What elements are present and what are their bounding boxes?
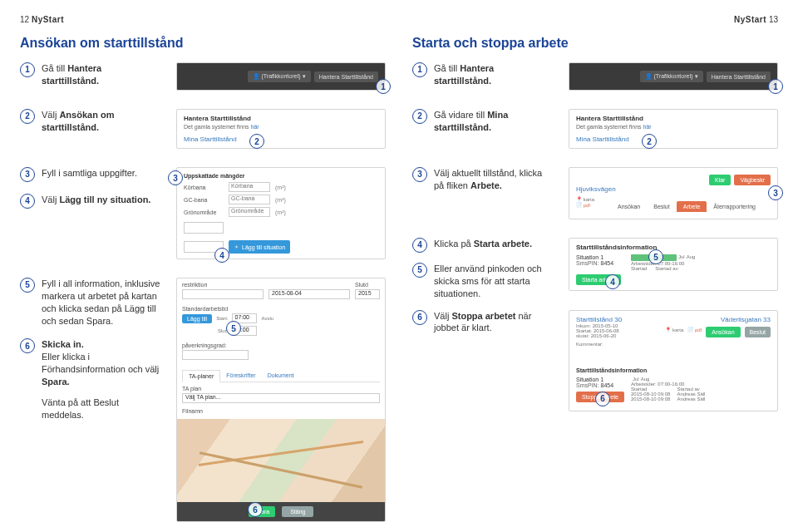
badge-3r: 3 (412, 167, 427, 182)
right-step6-text: 6 Välj Stoppa arbetet när jobbet är klar… (412, 310, 554, 335)
map-view[interactable] (177, 419, 385, 502)
input-date[interactable]: 2015-08-04 (268, 289, 350, 299)
hantera-sub-r: Det gamla systemet finns här (576, 124, 771, 130)
hantera-old-link-r[interactable]: här (643, 124, 652, 130)
right-column: Starta och stoppa arbete 1 Gå till Hante… (412, 36, 778, 522)
callout-6: 6 (248, 502, 263, 517)
karta-link[interactable]: 📍 karta (576, 196, 604, 202)
tab-taplaner[interactable]: TA-planer (182, 370, 220, 382)
left-step4-text: 4 Välj Lägg till ny situation. (20, 194, 161, 209)
label-taplan: TA plan (182, 386, 380, 392)
left-step3-text: 3 Fyll i samtliga uppgifter. (20, 167, 161, 182)
tab-aterrapp[interactable]: Återrapportering (707, 201, 762, 212)
right-step2-text: 2 Gå vidare till Mina starttillstånd. (412, 109, 554, 134)
badge-3: 3 (20, 167, 35, 182)
situation-label: Situation 1 (576, 254, 626, 260)
mina-link[interactable]: Mina Starttillstånd (184, 135, 237, 143)
select-paverkning[interactable] (182, 350, 249, 360)
select-restriktion[interactable] (182, 289, 264, 299)
tab-arbete[interactable]: Arbete (677, 201, 707, 212)
callout-2r: 2 (642, 134, 657, 149)
left-step6d-text: Vänta på att Beslut meddelas. (20, 397, 161, 421)
detail-ansokan-btn[interactable]: Ansökan (706, 327, 740, 337)
left-title: Ansökan om starttillstånd (20, 36, 386, 51)
badge-4r: 4 (412, 238, 427, 253)
label-restriktion: restriktion (182, 282, 264, 288)
right-step1-text: 1 Gå till Hantera starttillstånd. (412, 62, 554, 87)
pdf-link[interactable]: 📄 pdf (576, 202, 604, 208)
user-chip[interactable]: 👤 (Trafikkontoret) ▾ (248, 71, 311, 82)
form-row-gron: Grönområde Grönområde (m²) (184, 207, 378, 217)
detail-pdf-link[interactable]: 📄 pdf (687, 327, 702, 337)
callout-5: 5 (226, 321, 241, 336)
add-button[interactable]: Lägg till (182, 314, 212, 323)
screenshot-tabbar: Klar Vägbeskr Hjuviksvägen 📍 karta 📄 pdf… (569, 167, 778, 219)
badge-6: 6 (20, 338, 35, 353)
screenshot-sitinfo: Starttillståndsinformation Situation 1 S… (569, 238, 778, 291)
left-step1-text: 1 Gå till Hantera starttillstånd. (20, 62, 161, 87)
page-num-left: 12 NyStart (20, 15, 64, 24)
sitinfo-header2: Starttillståndsinformation (576, 367, 771, 373)
kommentar-input[interactable] (576, 349, 771, 362)
callout-2: 2 (249, 134, 264, 149)
detail-name[interactable]: Starttillstånd 30 (576, 316, 622, 323)
detail-karta-link[interactable]: 📍 karta (665, 327, 683, 337)
input-gcbana[interactable]: GC-bana (229, 195, 270, 204)
form-row-korbana: Körbana Körbana (m²) (184, 182, 378, 192)
badge-6r: 6 (412, 310, 427, 325)
input-date2[interactable]: 2015 (355, 289, 380, 299)
tab-dokument[interactable]: Dokument (262, 370, 300, 382)
callout-4r: 4 (605, 274, 620, 289)
label-std: Standardarbetstid (182, 306, 380, 312)
callout-5r: 5 (648, 249, 663, 264)
badge-4: 4 (20, 194, 35, 209)
mina-link-r[interactable]: Mina Starttillstånd (576, 135, 629, 143)
left-step6-text: 6 Skicka in.Eller klicka i Förhandsinfor… (20, 338, 161, 387)
left-step2-text: 2 Välj Ansökan om starttillstånd. (20, 109, 161, 134)
screenshot-hantera-right: Hantera Starttillstånd Det gamla systeme… (569, 109, 778, 149)
hantera-title: Hantera Starttillstånd (184, 115, 378, 122)
nav-hantera-button[interactable]: Hantera Starttillstånd (314, 71, 378, 82)
screenshot-hantera-left: Hantera Starttillstånd Det gamla systeme… (176, 109, 386, 149)
user-chip-r[interactable]: 👤 (Trafikkontoret) ▾ (640, 71, 703, 82)
tabs-tapplan: TA-planer Föreskrifter Dokument (182, 370, 380, 382)
select-taplan[interactable]: Välj TA plan... (182, 393, 380, 403)
tab-foreskrifter[interactable]: Föreskrifter (220, 370, 261, 382)
form-heading: Uppskattade mängder (184, 173, 378, 179)
page-header: 12 NyStart NyStart 13 (20, 15, 778, 24)
input-korbana[interactable]: Körbana (229, 182, 270, 192)
hantera-old-link[interactable]: här (251, 124, 259, 130)
select-generic[interactable] (184, 222, 224, 234)
callout-6r: 6 (595, 392, 610, 406)
badge-5: 5 (20, 278, 35, 293)
label-filnamn: Filnamn (182, 408, 380, 414)
detail-beslut-btn[interactable]: Beslut (745, 327, 771, 337)
screenshot-topbar-left: 👤 (Trafikkontoret) ▾ Hantera Starttillst… (176, 62, 386, 91)
tab-beslut[interactable]: Beslut (647, 201, 676, 212)
vagbeskr-button[interactable]: Vägbeskr (734, 175, 771, 185)
klar-button[interactable]: Klar (709, 175, 731, 185)
add-situation-button[interactable]: ＋ Lägg till situation (229, 240, 290, 254)
right-step5-text: 5 Eller använd pinkoden och skicka sms f… (412, 263, 554, 300)
close-button[interactable]: Stäng (282, 506, 313, 517)
badge-1r: 1 (412, 62, 427, 77)
tab-ansokan[interactable]: Ansökan (611, 201, 647, 212)
right-step3-text: 3 Välj aktuellt tillstånd, klicka på fli… (412, 167, 554, 192)
badge-5r: 5 (412, 263, 427, 278)
callout-1: 1 (376, 79, 391, 94)
right-step4-text: 4 Klicka på Starta arbete. (412, 238, 554, 253)
input-gron[interactable]: Grönområde (229, 207, 270, 217)
street-link[interactable]: Hjuviksvägen (576, 185, 771, 193)
form-row-gcbana: GC-bana GC-bana (m²) (184, 195, 378, 204)
nav-hantera-button-r[interactable]: Hantera Starttillstånd (707, 71, 771, 82)
screenshot-topbar-right: 👤 (Trafikkontoret) ▾ Hantera Starttillst… (569, 62, 778, 91)
detail-addr[interactable]: Väderilsgatan 33 (721, 316, 771, 323)
page-num-right: NyStart 13 (734, 15, 778, 24)
screenshot-form: Uppskattade mängder Körbana Körbana (m²)… (176, 167, 386, 259)
label-paverkning: påverkningsgrad: (182, 342, 380, 348)
kommentar-label: Kommentar: (576, 342, 771, 347)
left-step5-text: 5 Fyll i all information, inklusive mark… (20, 278, 161, 327)
badge-2: 2 (20, 109, 35, 124)
badge-1: 1 (20, 62, 35, 77)
badge-2r: 2 (412, 109, 427, 124)
